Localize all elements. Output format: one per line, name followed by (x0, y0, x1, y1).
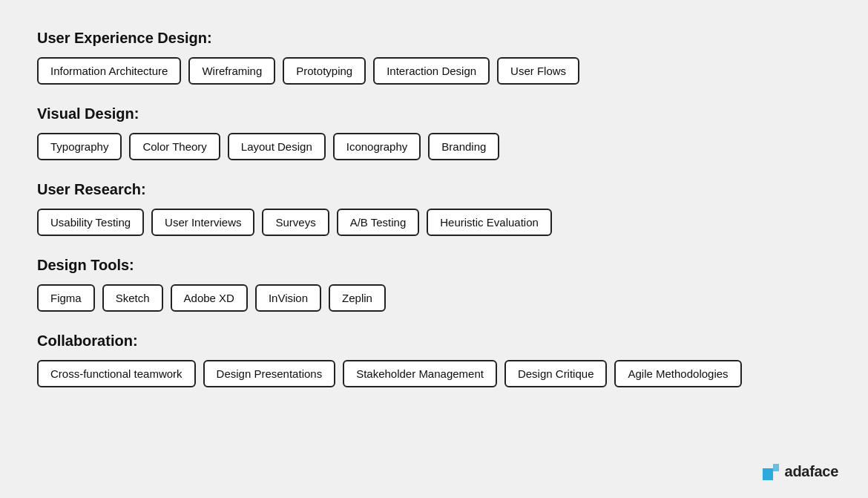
tag-item[interactable]: Wireframing (188, 57, 275, 85)
tag-item[interactable]: Layout Design (228, 133, 326, 160)
tags-container-visual-design: TypographyColor TheoryLayout DesignIcono… (37, 133, 831, 160)
tags-container-user-research: Usability TestingUser InterviewsSurveysA… (37, 209, 831, 236)
tag-item[interactable]: Surveys (262, 209, 329, 236)
section-title-visual-design: Visual Design: (37, 105, 831, 122)
tag-item[interactable]: Prototyping (283, 57, 366, 85)
section-collaboration: Collaboration:Cross-functional teamworkD… (37, 332, 831, 387)
tag-item[interactable]: Zeplin (329, 284, 386, 312)
tags-container-ux-design: Information ArchitectureWireframingProto… (37, 57, 831, 85)
tags-container-collaboration: Cross-functional teamworkDesign Presenta… (37, 360, 831, 387)
tags-container-design-tools: FigmaSketchAdobe XDInVisionZeplin (37, 284, 831, 312)
svg-rect-0 (763, 468, 773, 480)
tag-item[interactable]: Design Critique (504, 360, 608, 387)
tag-item[interactable]: Agile Methodologies (614, 360, 741, 387)
tag-item[interactable]: Stakeholder Management (343, 360, 497, 387)
logo-text: adaface (785, 463, 838, 480)
adaface-logo-icon (763, 464, 779, 480)
section-title-design-tools: Design Tools: (37, 257, 831, 274)
tag-item[interactable]: Typography (37, 133, 122, 160)
section-title-ux-design: User Experience Design: (37, 30, 831, 47)
section-visual-design: Visual Design:TypographyColor TheoryLayo… (37, 105, 831, 160)
tag-item[interactable]: Adobe XD (171, 284, 248, 312)
tag-item[interactable]: Heuristic Evaluation (427, 209, 552, 236)
tag-item[interactable]: Interaction Design (373, 57, 490, 85)
tag-item[interactable]: User Interviews (151, 209, 254, 236)
section-ux-design: User Experience Design:Information Archi… (37, 30, 831, 85)
tag-item[interactable]: Iconography (333, 133, 421, 160)
tag-item[interactable]: Sketch (102, 284, 163, 312)
section-user-research: User Research:Usability TestingUser Inte… (37, 181, 831, 236)
section-design-tools: Design Tools:FigmaSketchAdobe XDInVision… (37, 257, 831, 312)
tag-item[interactable]: Branding (428, 133, 499, 160)
tag-item[interactable]: Information Architecture (37, 57, 181, 85)
tag-item[interactable]: Cross-functional teamwork (37, 360, 196, 387)
tag-item[interactable]: Figma (37, 284, 95, 312)
tag-item[interactable]: Color Theory (129, 133, 220, 160)
tag-item[interactable]: InVision (255, 284, 321, 312)
section-title-user-research: User Research: (37, 181, 831, 198)
tag-item[interactable]: Design Presentations (203, 360, 336, 387)
tag-item[interactable]: A/B Testing (337, 209, 420, 236)
section-title-collaboration: Collaboration: (37, 332, 831, 350)
svg-rect-1 (773, 464, 779, 471)
logo: adaface (763, 463, 838, 480)
tag-item[interactable]: User Flows (497, 57, 579, 85)
tag-item[interactable]: Usability Testing (37, 209, 144, 236)
